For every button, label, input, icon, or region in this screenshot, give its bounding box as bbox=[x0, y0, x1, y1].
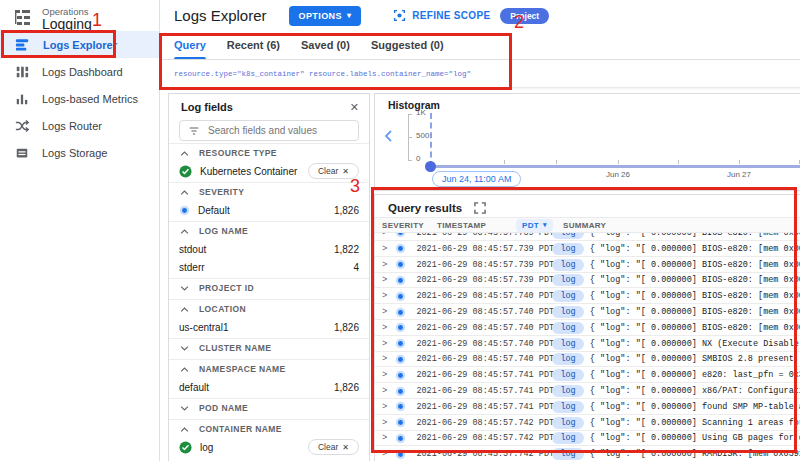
sidebar-item-logs-router[interactable]: Logs Router bbox=[0, 112, 159, 139]
field-section-severity[interactable]: SEVERITY bbox=[169, 182, 369, 201]
field-section-name: CONTAINER NAME bbox=[199, 424, 282, 434]
histogram-time-axis[interactable] bbox=[430, 165, 800, 168]
chevron-down-icon: ▾ bbox=[347, 11, 351, 20]
field-value-row-log[interactable]: logClear✕ bbox=[169, 438, 369, 456]
clear-filter-button[interactable]: Clear✕ bbox=[308, 163, 359, 179]
sidebar-item-logs-explorer[interactable]: Logs Explorer bbox=[0, 31, 159, 58]
log-entry-row[interactable]: >2021-06-29 08:45:57.739 PDTlog{ "log": … bbox=[375, 273, 800, 289]
log-entry-row[interactable]: >2021-06-29 08:45:57.741 PDTlog{ "log": … bbox=[375, 399, 800, 415]
log-entry-row[interactable]: >2021-06-29 08:45:57.740 PDTlog{ "log": … bbox=[375, 336, 800, 352]
expand-entry-chevron[interactable]: > bbox=[382, 386, 387, 396]
field-value-row-kubernetes-container[interactable]: Kubernetes ContainerClear✕ bbox=[169, 162, 369, 180]
container-name-chip[interactable]: log bbox=[552, 233, 583, 239]
container-name-chip[interactable]: log bbox=[552, 369, 583, 381]
log-entry-row[interactable]: >2021-06-29 08:45:57.742 PDTlog{ "log": … bbox=[375, 431, 800, 447]
sidebar-item-logs-dashboard[interactable]: Logs Dashboard bbox=[0, 58, 159, 85]
severity-default-icon bbox=[395, 354, 406, 365]
tab-suggested-0[interactable]: Suggested (0) bbox=[371, 31, 444, 59]
expand-entry-chevron[interactable]: > bbox=[382, 307, 387, 317]
field-section-log-name[interactable]: LOG NAME bbox=[169, 221, 369, 240]
log-entry-row[interactable]: >2021-06-29 08:45:57.741 PDTlog{ "log": … bbox=[375, 383, 800, 399]
sidebar-item-label: Logs Dashboard bbox=[42, 66, 123, 78]
log-entry-row[interactable]: >2021-06-29 08:45:57.739 PDTlog{ "log": … bbox=[375, 233, 800, 241]
log-entry-row[interactable]: >2021-06-29 08:45:57.740 PDTlog{ "log": … bbox=[375, 288, 800, 304]
field-section-pod-name[interactable]: POD NAME bbox=[169, 398, 369, 417]
container-name-chip[interactable]: log bbox=[552, 448, 583, 460]
expand-entry-chevron[interactable]: > bbox=[382, 354, 387, 364]
chevron-left-icon[interactable] bbox=[382, 129, 394, 143]
expand-entry-chevron[interactable]: > bbox=[382, 275, 387, 285]
expand-entry-chevron[interactable]: > bbox=[382, 449, 387, 459]
log-entry-row[interactable]: >2021-06-29 08:45:57.742 PDTlog{ "log": … bbox=[375, 415, 800, 431]
expand-entry-chevron[interactable]: > bbox=[382, 323, 387, 333]
log-entry-row-content: >2021-06-29 08:45:57.742 PDTlog{ "log": … bbox=[375, 415, 800, 431]
field-section-container-name[interactable]: CONTAINER NAME bbox=[169, 419, 369, 438]
container-name-chip[interactable]: log bbox=[552, 432, 583, 444]
container-name-chip[interactable]: log bbox=[552, 353, 583, 365]
log-entry-row[interactable]: >2021-06-29 08:45:57.740 PDTlog{ "log": … bbox=[375, 304, 800, 320]
logs-storage-icon bbox=[15, 146, 29, 160]
field-value-row-default[interactable]: default1,826 bbox=[169, 378, 369, 396]
query-editor[interactable]: resource.type="k8s_container" resource.l… bbox=[161, 60, 800, 88]
field-value-row-stdout[interactable]: stdout1,822 bbox=[169, 240, 369, 258]
expand-entry-chevron[interactable]: > bbox=[382, 291, 387, 301]
expand-entry-chevron[interactable]: > bbox=[382, 233, 387, 238]
log-entry-row[interactable]: >2021-06-29 08:45:57.739 PDTlog{ "log": … bbox=[375, 257, 800, 273]
field-value-row-default[interactable]: Default1,826 bbox=[169, 201, 369, 219]
sidebar-item-logs-based-metrics[interactable]: Logs-based Metrics bbox=[0, 85, 159, 112]
log-entry-row[interactable]: >2021-06-29 08:45:57.740 PDTlog{ "log": … bbox=[375, 352, 800, 368]
field-section-project-id[interactable]: PROJECT ID bbox=[169, 278, 369, 297]
search-input[interactable] bbox=[208, 125, 350, 136]
container-name-chip[interactable]: log bbox=[552, 401, 583, 413]
close-icon[interactable]: ✕ bbox=[350, 101, 359, 114]
expand-icon[interactable] bbox=[474, 202, 486, 214]
expand-entry-chevron[interactable]: > bbox=[382, 370, 387, 380]
container-name-chip[interactable]: log bbox=[552, 322, 583, 334]
scope-badge[interactable]: Project bbox=[500, 8, 549, 24]
field-section-location[interactable]: LOCATION bbox=[169, 299, 369, 318]
expand-entry-chevron[interactable]: > bbox=[382, 244, 387, 254]
tab-query[interactable]: Query bbox=[174, 31, 206, 59]
log-entry-row[interactable]: >2021-06-29 08:45:57.740 PDTlog{ "log": … bbox=[375, 320, 800, 336]
expand-entry-chevron[interactable]: > bbox=[382, 402, 387, 412]
sidebar-item-label: Logs-based Metrics bbox=[42, 93, 138, 105]
operations-logging-logo-icon bbox=[13, 8, 32, 27]
page-title: Logs Explorer bbox=[174, 7, 267, 24]
log-entry-row-content: >2021-06-29 08:45:57.741 PDTlog{ "log": … bbox=[375, 399, 800, 415]
container-name-chip[interactable]: log bbox=[552, 417, 583, 429]
histogram-selection-handle[interactable] bbox=[425, 161, 436, 172]
severity-default-icon bbox=[395, 291, 406, 302]
options-button[interactable]: OPTIONS ▾ bbox=[289, 6, 362, 26]
container-name-chip[interactable]: log bbox=[552, 338, 583, 350]
field-section-cluster-name[interactable]: CLUSTER NAME bbox=[169, 338, 369, 357]
container-name-chip[interactable]: log bbox=[552, 290, 583, 302]
field-value-row-stderr[interactable]: stderr4 bbox=[169, 258, 369, 276]
expand-entry-chevron[interactable]: > bbox=[382, 433, 387, 443]
field-value-count: 1,826 bbox=[334, 322, 359, 333]
expand-entry-chevron[interactable]: > bbox=[382, 339, 387, 349]
expand-entry-chevron[interactable]: > bbox=[382, 418, 387, 428]
x-axis-tick bbox=[618, 160, 619, 164]
container-name-chip[interactable]: log bbox=[552, 259, 583, 271]
log-entry-row-content: >2021-06-29 08:45:57.739 PDTlog{ "log": … bbox=[375, 233, 800, 241]
container-name-chip[interactable]: log bbox=[552, 306, 583, 318]
time-marker-pill[interactable]: Jun 24, 11:00 AM bbox=[432, 171, 521, 187]
sidebar-item-logs-storage[interactable]: Logs Storage bbox=[0, 139, 159, 166]
expand-entry-chevron[interactable]: > bbox=[382, 260, 387, 270]
log-entry-row[interactable]: >2021-06-29 08:45:57.741 PDTlog{ "log": … bbox=[375, 367, 800, 383]
tab-saved-0[interactable]: Saved (0) bbox=[301, 31, 350, 59]
refine-scope-button[interactable]: REFINE SCOPE bbox=[393, 9, 490, 22]
field-value-row-us-central1[interactable]: us-central11,826 bbox=[169, 318, 369, 336]
log-entry-row[interactable]: >2021-06-29 08:45:57.742 PDTlog{ "log": … bbox=[375, 446, 800, 461]
field-section-resource-type[interactable]: RESOURCE TYPE bbox=[169, 143, 369, 162]
tab-recent-6[interactable]: Recent (6) bbox=[227, 31, 280, 59]
log-fields-search[interactable] bbox=[179, 120, 359, 141]
field-section-namespace-name[interactable]: NAMESPACE NAME bbox=[169, 359, 369, 378]
container-name-chip[interactable]: log bbox=[552, 385, 583, 397]
container-name-chip[interactable]: log bbox=[552, 243, 583, 255]
field-section-name: RESOURCE TYPE bbox=[199, 148, 277, 158]
log-entry-row[interactable]: >2021-06-29 08:45:57.739 PDTlog{ "log": … bbox=[375, 241, 800, 257]
timezone-dropdown[interactable]: PDT ▾ bbox=[516, 219, 553, 232]
clear-filter-button[interactable]: Clear✕ bbox=[308, 439, 359, 455]
container-name-chip[interactable]: log bbox=[552, 274, 583, 286]
